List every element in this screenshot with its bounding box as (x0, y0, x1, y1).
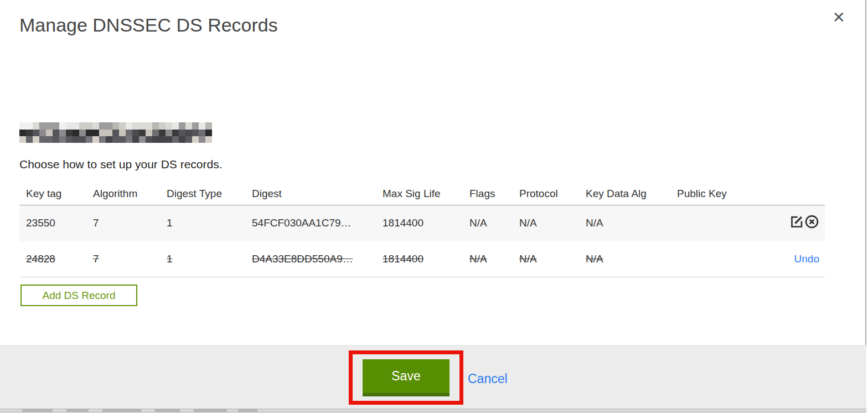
cell-max-sig-life: 1814400 (376, 205, 463, 241)
add-ds-record-button[interactable]: Add DS Record (20, 285, 137, 306)
edit-record-icon[interactable] (789, 214, 804, 232)
cell-key-data-alg: N/A (579, 205, 670, 241)
instruction-text: Choose how to set up your DS records. (19, 158, 223, 171)
cancel-link[interactable]: Cancel (468, 371, 508, 386)
col-header-key-tag: Key tag (19, 183, 86, 205)
delete-record-icon[interactable] (804, 214, 819, 232)
dialog-footer: Save Cancel (0, 345, 866, 409)
table-header-row: Key tag Algorithm Digest Type Digest Max… (19, 183, 825, 205)
cell-public-key (670, 241, 731, 277)
col-header-protocol: Protocol (513, 183, 579, 205)
cell-algorithm: 7 (86, 241, 160, 277)
cell-public-key (670, 205, 731, 241)
cell-flags: N/A (463, 241, 513, 277)
page-title: Manage DNSSEC DS Records (19, 14, 278, 36)
cell-algorithm: 7 (86, 205, 160, 241)
annotation-red-box: Save (349, 350, 463, 405)
col-header-public-key: Public Key (670, 183, 731, 205)
table-row-deleted: 24828 7 1 D4A33E8DD550A9… 1814400 N/A N/… (19, 241, 825, 277)
close-icon[interactable]: ✕ (833, 10, 845, 25)
col-header-algorithm: Algorithm (86, 183, 160, 205)
cell-key-tag: 24828 (19, 241, 86, 277)
redacted-domain-name (19, 122, 214, 143)
table-row: 23550 7 1 54FCF030AA1C79… 1814400 N/A N/… (19, 205, 825, 241)
cell-digest: 54FCF030AA1C79… (245, 205, 376, 241)
cell-digest: D4A33E8DD550A9… (245, 241, 376, 277)
col-header-max-sig-life: Max Sig Life (376, 183, 463, 205)
undo-link[interactable]: Undo (794, 253, 819, 265)
dnssec-dialog: Manage DNSSEC DS Records ✕ Choose how to… (0, 0, 866, 413)
col-header-actions (731, 183, 825, 205)
cell-key-tag: 23550 (19, 205, 86, 241)
cell-key-data-alg: N/A (579, 241, 670, 277)
col-header-key-data-alg: Key Data Alg (579, 183, 670, 205)
save-button[interactable]: Save (363, 359, 450, 396)
cell-digest-type: 1 (160, 205, 245, 241)
row-actions: Undo (731, 241, 825, 277)
col-header-digest-type: Digest Type (160, 183, 245, 205)
ds-records-table: Key tag Algorithm Digest Type Digest Max… (19, 183, 825, 277)
row-actions (731, 205, 825, 241)
cell-digest-type: 1 (160, 241, 245, 277)
cell-protocol: N/A (513, 205, 579, 241)
bottom-edge (0, 408, 866, 413)
col-header-flags: Flags (463, 183, 513, 205)
col-header-digest: Digest (245, 183, 376, 205)
cell-protocol: N/A (513, 241, 579, 277)
cell-flags: N/A (463, 205, 513, 241)
cell-max-sig-life: 1814400 (376, 241, 463, 277)
